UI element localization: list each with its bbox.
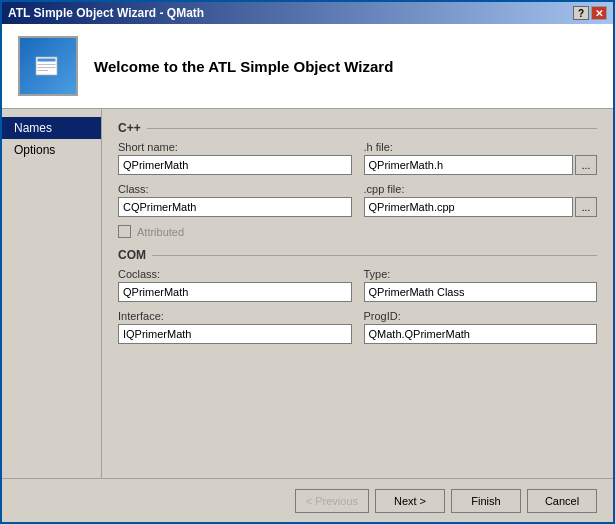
h-file-label: .h file: xyxy=(364,141,598,153)
window-title: ATL Simple Object Wizard - QMath xyxy=(8,6,204,20)
coclass-label: Coclass: xyxy=(118,268,352,280)
cancel-button[interactable]: Cancel xyxy=(527,489,597,513)
title-controls: ? ✕ xyxy=(573,6,607,20)
interface-label: Interface: xyxy=(118,310,352,322)
type-input[interactable] xyxy=(364,282,598,302)
class-group: Class: xyxy=(118,183,352,217)
short-name-group: Short name: xyxy=(118,141,352,175)
footer: < Previous Next > Finish Cancel xyxy=(2,478,613,522)
finish-button[interactable]: Finish xyxy=(451,489,521,513)
cpp-file-group: .cpp file: ... xyxy=(364,183,598,217)
progid-input[interactable] xyxy=(364,324,598,344)
wizard-body: Names Options C++ Short name: .h file: xyxy=(2,109,613,478)
cpp-row2: Class: .cpp file: ... xyxy=(118,183,597,217)
com-row1: Coclass: Type: xyxy=(118,268,597,302)
coclass-input[interactable] xyxy=(118,282,352,302)
class-label: Class: xyxy=(118,183,352,195)
attributed-label: Attributed xyxy=(137,226,184,238)
svg-rect-1 xyxy=(38,59,56,62)
short-name-input[interactable] xyxy=(118,155,352,175)
attributed-checkbox[interactable] xyxy=(118,225,131,238)
help-button[interactable]: ? xyxy=(573,6,589,20)
cpp-section-label: C++ xyxy=(118,121,597,135)
cpp-row1: Short name: .h file: ... xyxy=(118,141,597,175)
com-row2: Interface: ProgID: xyxy=(118,310,597,344)
coclass-group: Coclass: xyxy=(118,268,352,302)
short-name-label: Short name: xyxy=(118,141,352,153)
h-file-input[interactable] xyxy=(364,155,574,175)
com-section: COM Coclass: Type: Interface: xyxy=(118,248,597,344)
progid-label: ProgID: xyxy=(364,310,598,322)
wizard-icon xyxy=(18,36,78,96)
sidebar-item-options[interactable]: Options xyxy=(2,139,101,161)
wizard-window: ATL Simple Object Wizard - QMath ? ✕ Wel… xyxy=(0,0,615,524)
wizard-header: Welcome to the ATL Simple Object Wizard xyxy=(2,24,613,109)
next-button[interactable]: Next > xyxy=(375,489,445,513)
sidebar-item-names[interactable]: Names xyxy=(2,117,101,139)
cpp-section: C++ Short name: .h file: ... xyxy=(118,121,597,238)
cpp-file-label: .cpp file: xyxy=(364,183,598,195)
type-label: Type: xyxy=(364,268,598,280)
close-button[interactable]: ✕ xyxy=(591,6,607,20)
attributed-row: Attributed xyxy=(118,225,597,238)
interface-group: Interface: xyxy=(118,310,352,344)
cpp-file-browse-button[interactable]: ... xyxy=(575,197,597,217)
cpp-file-input-row: ... xyxy=(364,197,598,217)
com-section-label: COM xyxy=(118,248,597,262)
h-file-input-row: ... xyxy=(364,155,598,175)
title-bar: ATL Simple Object Wizard - QMath ? ✕ xyxy=(2,2,613,24)
main-content: C++ Short name: .h file: ... xyxy=(102,109,613,478)
class-input[interactable] xyxy=(118,197,352,217)
sidebar: Names Options xyxy=(2,109,102,478)
cpp-file-input[interactable] xyxy=(364,197,574,217)
wizard-title: Welcome to the ATL Simple Object Wizard xyxy=(94,58,393,75)
progid-group: ProgID: xyxy=(364,310,598,344)
h-file-browse-button[interactable]: ... xyxy=(575,155,597,175)
previous-button[interactable]: < Previous xyxy=(295,489,369,513)
type-group: Type: xyxy=(364,268,598,302)
h-file-group: .h file: ... xyxy=(364,141,598,175)
interface-input[interactable] xyxy=(118,324,352,344)
